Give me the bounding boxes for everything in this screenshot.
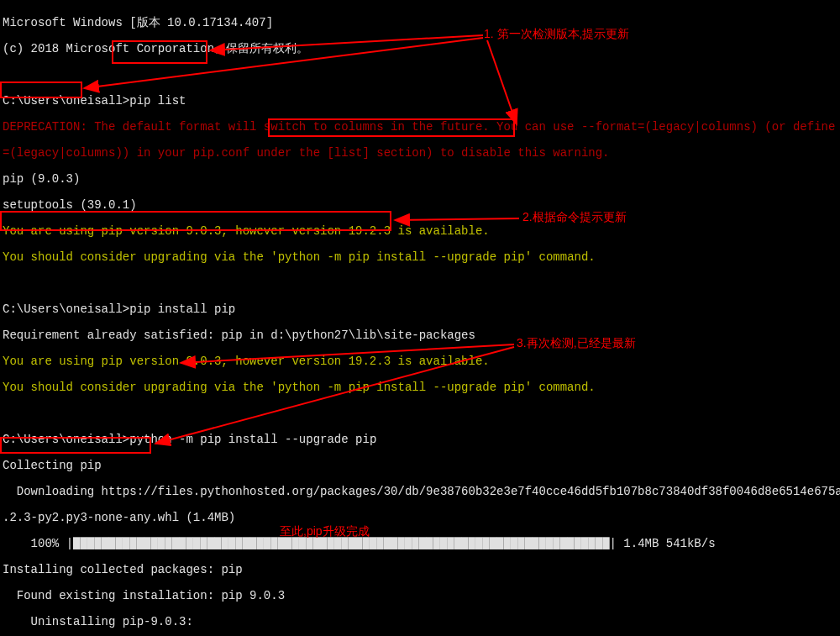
deprecation-1b: =(legacy|columns)) in your pip.conf unde… xyxy=(3,147,840,160)
downloading-b: .2.3-py2.py3-none-any.whl (1.4MB) xyxy=(3,512,840,525)
collecting: Collecting pip xyxy=(3,460,840,473)
upgrade-notice-2b: You should consider upgrading via the 'p… xyxy=(3,381,840,395)
annotation-2: 2.根据命令提示更新 xyxy=(522,211,627,224)
req-satisfied: Requirement already satisfied: pip in d:… xyxy=(3,329,840,343)
install-collected: Installing collected packages: pip xyxy=(3,564,840,577)
prompt-line-2: C:\Users\oneisall>pip install pip xyxy=(3,303,840,317)
copyright-line: (c) 2018 Microsoft Corporation。保留所有权利。 xyxy=(3,43,840,56)
deprecation-1a: DEPRECATION: The default format will swi… xyxy=(3,121,840,134)
win-version-line: Microsoft Windows [版本 10.0.17134.407] xyxy=(3,17,840,30)
prompt-line-1: C:\Users\oneisall>pip list xyxy=(3,95,840,108)
terminal-output[interactable]: Microsoft Windows [版本 10.0.17134.407] (c… xyxy=(0,0,840,636)
upgrade-notice-1a: You are using pip version 9.0.3, however… xyxy=(3,225,840,239)
prompt-line-3: C:\Users\oneisall>python -m pip install … xyxy=(3,434,840,447)
found-existing: Found existing installation: pip 9.0.3 xyxy=(3,590,840,603)
uninstalling: Uninstalling pip-9.0.3: xyxy=(3,616,840,629)
pip-list1-row2: setuptools (39.0.1) xyxy=(3,199,840,213)
downloading-a: Downloading https://files.pythonhosted.o… xyxy=(3,486,840,499)
progress-line: 100% |██████████████████████████████████… xyxy=(3,538,840,551)
pip-list1-row1: pip (9.0.3) xyxy=(3,173,840,187)
annotation-1: 1. 第一次检测版本,提示更新 xyxy=(484,28,629,41)
annotation-4: 至此,pip升级完成 xyxy=(280,525,370,539)
annotation-3: 3.再次检测,已经是最新 xyxy=(517,337,636,350)
upgrade-notice-1b: You should consider upgrading via the 'p… xyxy=(3,251,840,265)
upgrade-notice-2a: You are using pip version 9.0.3, however… xyxy=(3,355,840,369)
